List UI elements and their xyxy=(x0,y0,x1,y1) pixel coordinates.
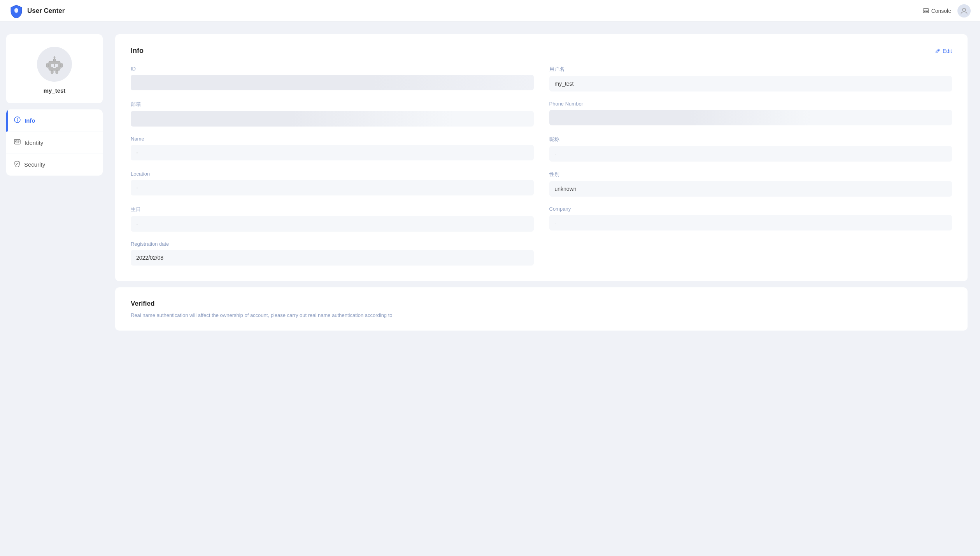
svg-point-5 xyxy=(962,8,966,11)
svg-point-21 xyxy=(16,141,17,142)
svg-rect-4 xyxy=(926,11,928,12)
sidebar-item-info[interactable]: Info xyxy=(6,109,103,132)
sidebar-security-label: Security xyxy=(24,161,45,168)
field-company-value: - xyxy=(549,215,952,230)
svg-rect-9 xyxy=(53,67,56,68)
robot-avatar xyxy=(37,47,72,82)
user-avatar[interactable] xyxy=(957,4,971,18)
svg-rect-14 xyxy=(60,63,63,67)
field-nickname-label: 昵称 xyxy=(549,136,952,143)
field-name-label: Name xyxy=(131,136,534,142)
security-icon xyxy=(14,160,20,169)
main-content: Info Edit ID 用户名 my_t xyxy=(109,22,980,556)
field-username-value: my_test xyxy=(549,76,952,91)
field-nickname: 昵称 - xyxy=(549,136,952,162)
app-title: User Center xyxy=(27,7,65,15)
sidebar-identity-label: Identity xyxy=(25,139,43,146)
field-email: 邮箱 xyxy=(131,101,534,127)
svg-rect-13 xyxy=(46,63,49,67)
svg-point-18 xyxy=(17,118,18,119)
field-gender: 性别 unknown xyxy=(549,171,952,197)
verified-description: Real name authentication will affect the… xyxy=(131,311,952,320)
page-body: my_test Info xyxy=(0,0,980,556)
sidebar-item-identity[interactable]: Identity xyxy=(6,132,103,153)
field-name-value: - xyxy=(131,145,534,160)
info-title: Info xyxy=(131,47,144,55)
field-nickname-value: - xyxy=(549,146,952,162)
edit-icon xyxy=(935,48,940,54)
field-location-value: - xyxy=(131,180,534,195)
robot-icon xyxy=(43,53,66,76)
edit-button[interactable]: Edit xyxy=(935,48,952,54)
field-id-value xyxy=(131,75,534,90)
field-company: Company - xyxy=(549,206,952,232)
field-regdate-label: Registration date xyxy=(131,241,534,247)
field-location-label: Location xyxy=(131,171,534,177)
svg-rect-16 xyxy=(56,70,58,74)
field-email-label: 邮箱 xyxy=(131,101,534,108)
field-birthday: 生日 - xyxy=(131,206,534,232)
field-company-label: Company xyxy=(549,206,952,212)
info-icon xyxy=(14,116,21,125)
field-username-label: 用户名 xyxy=(549,66,952,73)
field-email-value xyxy=(131,111,534,127)
svg-rect-15 xyxy=(51,70,53,74)
info-card: Info Edit ID 用户名 my_t xyxy=(115,34,968,281)
app-header: User Center Console xyxy=(0,0,980,22)
info-section-header: Info Edit xyxy=(131,47,952,55)
field-phone-value xyxy=(549,110,952,125)
svg-rect-6 xyxy=(49,61,60,70)
info-form-grid: ID 用户名 my_test 邮箱 Phone Number xyxy=(131,66,952,266)
field-birthday-label: 生日 xyxy=(131,206,534,213)
field-birthday-value: - xyxy=(131,216,534,232)
svg-rect-1 xyxy=(923,9,929,13)
field-username: 用户名 my_test xyxy=(549,66,952,91)
svg-rect-7 xyxy=(51,64,54,67)
verified-card: Verified Real name authentication will a… xyxy=(115,287,968,331)
console-icon xyxy=(923,8,929,14)
svg-point-12 xyxy=(54,56,55,58)
console-button[interactable]: Console xyxy=(923,8,951,14)
field-id: ID xyxy=(131,66,534,91)
sidebar-username: my_test xyxy=(44,87,66,94)
logo-area: User Center xyxy=(9,4,65,18)
profile-card: my_test xyxy=(6,34,103,103)
field-gender-label: 性别 xyxy=(549,171,952,178)
header-right: Console xyxy=(923,4,971,18)
svg-line-25 xyxy=(938,49,939,51)
svg-rect-3 xyxy=(924,11,926,12)
field-regdate-value: 2022/02/08 xyxy=(131,250,534,266)
app-logo-icon xyxy=(9,4,23,18)
svg-rect-8 xyxy=(55,64,58,67)
identity-icon xyxy=(14,139,21,146)
field-name: Name - xyxy=(131,136,534,162)
field-phone: Phone Number xyxy=(549,101,952,127)
field-location: Location - xyxy=(131,171,534,197)
sidebar-item-security[interactable]: Security xyxy=(6,153,103,176)
sidebar: my_test Info xyxy=(0,22,109,556)
svg-rect-10 xyxy=(53,59,56,61)
avatar-icon xyxy=(960,7,968,15)
field-phone-label: Phone Number xyxy=(549,101,952,107)
field-gender-value: unknown xyxy=(549,181,952,197)
sidebar-nav: Info Identity xyxy=(6,109,103,176)
sidebar-info-label: Info xyxy=(25,117,35,124)
field-id-label: ID xyxy=(131,66,534,72)
verified-title: Verified xyxy=(131,300,952,308)
field-regdate: Registration date 2022/02/08 xyxy=(131,241,534,266)
